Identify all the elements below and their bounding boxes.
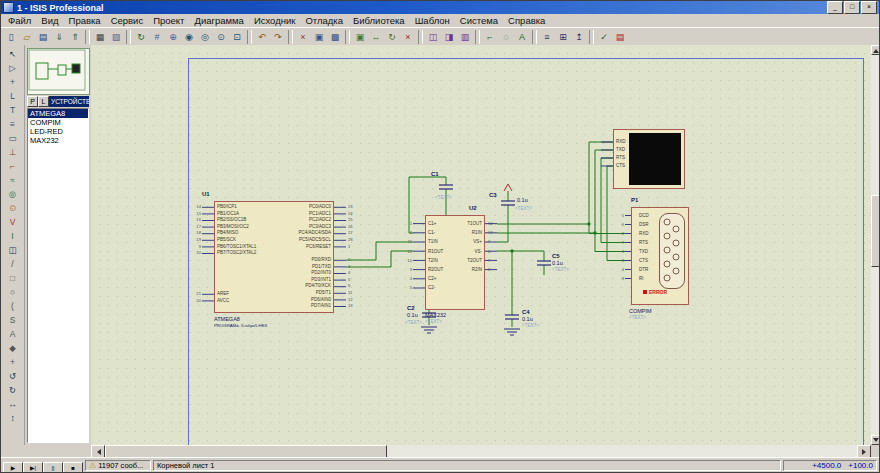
zoom-in-icon[interactable]: ◉ [181, 29, 197, 45]
virtual-instrument-mode-icon[interactable]: ◫ [3, 243, 23, 257]
device-item-max232[interactable]: MAX232 [28, 136, 88, 145]
menu-Сервис[interactable]: Сервис [106, 15, 149, 26]
search-tag-icon[interactable]: ◌ [498, 29, 514, 45]
schematic-preview[interactable] [27, 48, 90, 95]
property-assignment-icon[interactable]: A [514, 29, 530, 45]
generator-mode-icon[interactable]: ⊙ [3, 201, 23, 215]
block-copy-icon[interactable]: ▣ [352, 29, 368, 45]
menu-Диаграмма[interactable]: Диаграмма [189, 15, 248, 26]
menu-Проект[interactable]: Проект [148, 15, 189, 26]
2d-circle-mode-icon[interactable]: ○ [3, 285, 23, 299]
mark-output-area-icon[interactable]: ▧ [108, 29, 124, 45]
mirror-vertical-icon[interactable]: ↕ [3, 411, 23, 425]
maximize-button[interactable]: □ [844, 1, 860, 14]
terminal-mode-icon[interactable]: ⊥ [3, 145, 23, 159]
mirror-horizontal-icon[interactable]: ↔ [3, 397, 23, 411]
netlist-to-ares-icon[interactable]: ▤ [612, 29, 628, 45]
false-origin-icon[interactable]: ⊕ [165, 29, 181, 45]
wire-label-mode-icon[interactable]: L [3, 89, 23, 103]
menu-Шаблон[interactable]: Шаблон [410, 15, 455, 26]
zoom-out-icon[interactable]: ◎ [197, 29, 213, 45]
text-script-mode-icon[interactable]: T [3, 103, 23, 117]
vertical-scrollbar[interactable] [871, 45, 879, 445]
u2-right-pin-labels: T1OUT R1IN VS+ VS- T2OUT R2IN [441, 219, 482, 274]
component-mode-icon[interactable]: ▷ [3, 61, 23, 75]
vertical-scroll-thumb[interactable] [871, 195, 880, 267]
menu-Отладка[interactable]: Отладка [300, 15, 348, 26]
menu-Справка[interactable]: Справка [503, 15, 550, 26]
packaging-tool-icon[interactable]: ▥ [457, 29, 473, 45]
junction-dot-mode-icon[interactable]: + [3, 75, 23, 89]
2d-marker-mode-icon[interactable]: + [3, 355, 23, 369]
paste-icon[interactable]: ▩ [327, 29, 343, 45]
menu-Правка[interactable]: Правка [64, 15, 106, 26]
u2-value: MAX232 [425, 312, 446, 318]
graph-mode-icon[interactable]: ≈ [3, 173, 23, 187]
scroll-down-button[interactable] [871, 435, 880, 445]
refresh-display-icon[interactable]: ↻ [133, 29, 149, 45]
2d-line-mode-icon[interactable]: / [3, 257, 23, 271]
voltage-probe-mode-icon[interactable]: V [3, 215, 23, 229]
save-design-icon[interactable]: ▤ [35, 29, 51, 45]
tape-recorder-mode-icon[interactable]: ◎ [3, 187, 23, 201]
exit-to-parent-icon[interactable]: ↥ [571, 29, 587, 45]
u2-ref: U2 [469, 205, 477, 211]
rotate-cw-icon[interactable]: ↻ [3, 383, 23, 397]
scroll-up-button[interactable] [871, 45, 880, 55]
new-sheet-icon[interactable]: ⊞ [555, 29, 571, 45]
simulation-controls: ▶▶|||■ [3, 456, 83, 473]
horizontal-scrollbar[interactable] [91, 445, 871, 457]
print-icon[interactable]: ▦ [92, 29, 108, 45]
rotate-ccw-icon[interactable]: ↺ [3, 369, 23, 383]
open-design-icon[interactable]: ▱ [19, 29, 35, 45]
export-section-icon[interactable]: ⇑ [67, 29, 83, 45]
block-move-icon[interactable]: ↔ [368, 29, 384, 45]
pick-devices-button[interactable]: P [27, 96, 38, 107]
schematic-canvas[interactable]: U1 14 15 16 17 18 19 9 10 PB0/ICP1 PB1/O… [91, 45, 871, 445]
stop-button[interactable]: ■ [63, 462, 83, 473]
zoom-all-icon[interactable]: ⊙ [213, 29, 229, 45]
play-button[interactable]: ▶ [3, 462, 23, 473]
2d-symbol-mode-icon[interactable]: ◆ [3, 341, 23, 355]
electrical-rule-check-icon[interactable]: ✓ [596, 29, 612, 45]
block-delete-icon[interactable]: × [400, 29, 416, 45]
make-device-icon[interactable]: ◨ [441, 29, 457, 45]
menu-Вид[interactable]: Вид [36, 15, 63, 26]
subcircuit-mode-icon[interactable]: ▭ [3, 131, 23, 145]
device-item-compim[interactable]: COMPIM [28, 118, 88, 127]
step-button[interactable]: ▶| [23, 462, 43, 473]
undo-icon[interactable]: ↶ [254, 29, 270, 45]
new-design-icon[interactable]: ▯ [3, 29, 19, 45]
pause-button[interactable]: || [43, 462, 63, 473]
menu-Файл[interactable]: Файл [3, 15, 36, 26]
2d-text-mode-icon[interactable]: A [3, 327, 23, 341]
2d-path-mode-icon[interactable]: S [3, 313, 23, 327]
import-section-icon[interactable]: ⇓ [51, 29, 67, 45]
zoom-area-icon[interactable]: ⊡ [229, 29, 245, 45]
device-item-led-red[interactable]: LED-RED [28, 127, 88, 136]
toggle-grid-icon[interactable]: # [149, 29, 165, 45]
menu-Система[interactable]: Система [455, 15, 503, 26]
library-manager-button[interactable]: L [38, 96, 49, 107]
device-pin-mode-icon[interactable]: ⌐ [3, 159, 23, 173]
wire-autorouter-icon[interactable]: ⌐ [482, 29, 498, 45]
cut-icon[interactable]: × [295, 29, 311, 45]
coordinates-panel: +4500.0 +100.0 [783, 460, 877, 471]
minimize-button[interactable]: _ [827, 1, 843, 14]
copy-icon[interactable]: ▣ [311, 29, 327, 45]
design-explorer-icon[interactable]: ≡ [539, 29, 555, 45]
pick-device-icon[interactable]: ◫ [425, 29, 441, 45]
current-probe-mode-icon[interactable]: I [3, 229, 23, 243]
device-item-atmega8[interactable]: ATMEGA8 [28, 109, 88, 118]
2d-arc-mode-icon[interactable]: ( [3, 299, 23, 313]
2d-box-mode-icon[interactable]: □ [3, 271, 23, 285]
bus-mode-icon[interactable]: ≡ [3, 117, 23, 131]
redo-icon[interactable]: ↷ [270, 29, 286, 45]
close-button[interactable]: × [861, 1, 877, 14]
menu-Библиотека[interactable]: Библиотека [348, 15, 410, 26]
block-rotate-icon[interactable]: ↻ [384, 29, 400, 45]
u1-right-bottom-pin-labels: PD0/RXD PD1/TXD PD2/INT0 PD3/INT1 PD4/T0… [241, 257, 331, 310]
message-panel[interactable]: ⚠ 11907 сооб... [85, 460, 151, 471]
selection-pointer-icon[interactable]: ↖ [3, 47, 23, 61]
menu-Исходник[interactable]: Исходник [249, 15, 301, 26]
